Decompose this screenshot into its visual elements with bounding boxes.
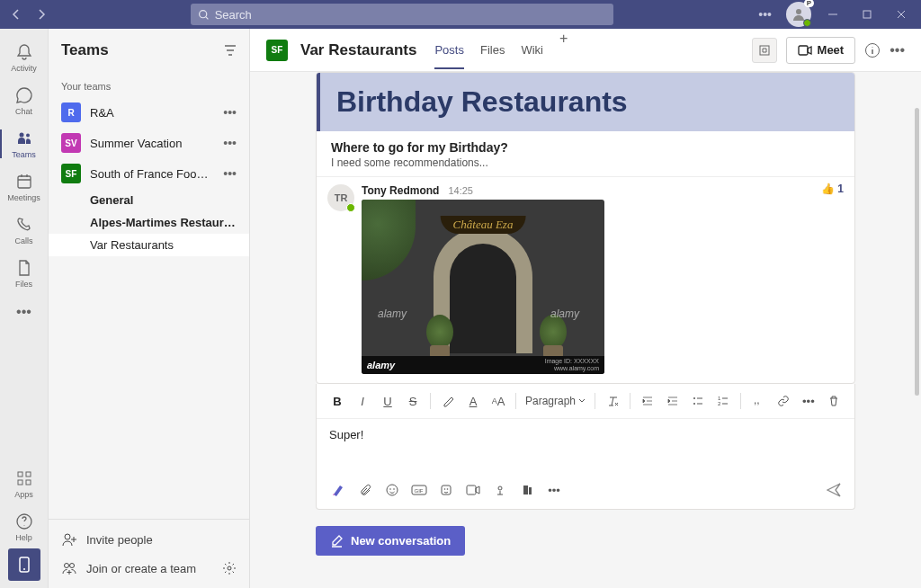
- svg-rect-35: [523, 486, 528, 494]
- reply-author[interactable]: Tony Redmond: [362, 184, 439, 197]
- header-more-icon[interactable]: •••: [890, 42, 905, 58]
- rail-label: Meetings: [7, 193, 40, 202]
- link-button[interactable]: [772, 389, 795, 413]
- apps-icon: [15, 469, 33, 487]
- join-team-button[interactable]: Join or create a team: [49, 554, 249, 583]
- indent-decrease-button[interactable]: [636, 389, 659, 413]
- team-row[interactable]: R R&A •••: [49, 97, 249, 128]
- reply-image[interactable]: Château Eza alamy alamy alamyImage ID: X…: [362, 200, 604, 374]
- svg-rect-6: [18, 472, 22, 477]
- channel-general[interactable]: General: [49, 189, 249, 211]
- send-button[interactable]: [822, 478, 845, 502]
- channel-app-button[interactable]: [752, 38, 777, 63]
- scrollbar[interactable]: [915, 108, 919, 396]
- svg-rect-5: [18, 176, 31, 188]
- rail-files[interactable]: Files: [0, 252, 49, 295]
- rail-teams[interactable]: Teams: [0, 122, 49, 165]
- info-button[interactable]: [864, 42, 881, 58]
- rail-apps[interactable]: Apps: [0, 462, 49, 505]
- team-row[interactable]: SV Summer Vacation •••: [49, 128, 249, 158]
- search-input[interactable]: Search: [191, 4, 613, 25]
- approvals-button[interactable]: [514, 478, 540, 502]
- stream-button[interactable]: [487, 478, 513, 502]
- gif-button[interactable]: GIF: [407, 478, 432, 502]
- maximize-button[interactable]: [851, 0, 883, 29]
- titlebar-more-icon[interactable]: •••: [749, 7, 781, 22]
- rail-more-icon[interactable]: •••: [16, 295, 31, 329]
- status-available-icon: [803, 19, 811, 27]
- paragraph-select[interactable]: Paragraph: [522, 395, 589, 407]
- emoji-button[interactable]: [380, 478, 405, 502]
- team-row[interactable]: SF South of France Food Lo... •••: [49, 158, 249, 189]
- channel-alpes[interactable]: Alpes-Martimes Restaurants: [49, 211, 249, 234]
- meet-label: Meet: [818, 43, 845, 57]
- invite-label: Invite people: [86, 533, 153, 547]
- team-more-icon[interactable]: •••: [223, 136, 237, 150]
- minimize-button[interactable]: [817, 0, 849, 29]
- calendar-icon: [15, 173, 33, 191]
- close-button[interactable]: [885, 0, 917, 29]
- status-available-icon: [346, 203, 355, 212]
- rail-mobile-button[interactable]: [8, 548, 40, 581]
- image-sign: Château Eza: [441, 216, 526, 234]
- teams-icon: [15, 129, 33, 147]
- underline-button[interactable]: U: [376, 389, 399, 413]
- rail-help[interactable]: Help: [0, 505, 49, 548]
- indent-increase-button[interactable]: [661, 389, 684, 413]
- strike-button[interactable]: S: [401, 389, 425, 413]
- search-icon: [198, 9, 210, 21]
- bell-icon: [15, 43, 33, 61]
- invite-people-button[interactable]: Invite people: [49, 525, 249, 554]
- back-button[interactable]: [4, 2, 29, 27]
- number-list-button[interactable]: 12: [711, 389, 735, 413]
- team-more-icon[interactable]: •••: [223, 166, 237, 181]
- svg-point-16: [228, 566, 231, 570]
- highlight-button[interactable]: [436, 389, 460, 413]
- sticker-button[interactable]: [434, 478, 459, 502]
- meet-now-button[interactable]: [460, 478, 486, 502]
- italic-button[interactable]: I: [351, 389, 374, 413]
- gear-icon[interactable]: [222, 561, 237, 575]
- filter-button[interactable]: [224, 44, 237, 57]
- svg-rect-8: [18, 480, 22, 485]
- thread-question: Where to go for my Birthday?: [331, 140, 840, 155]
- bottom-more-icon[interactable]: •••: [541, 478, 567, 502]
- new-conversation-button[interactable]: New conversation: [316, 526, 465, 556]
- clear-format-button[interactable]: [601, 389, 624, 413]
- tab-files[interactable]: Files: [480, 31, 505, 69]
- team-more-icon[interactable]: •••: [223, 105, 237, 120]
- meet-button[interactable]: Meet: [786, 37, 856, 64]
- thread-banner: Birthday Restaurants: [317, 73, 854, 131]
- tab-posts[interactable]: Posts: [434, 31, 464, 69]
- bold-button[interactable]: B: [326, 389, 349, 413]
- attach-button[interactable]: [353, 478, 378, 502]
- delete-button[interactable]: [822, 389, 845, 413]
- quote-button[interactable]: ,,: [747, 389, 770, 413]
- join-label: Join or create a team: [86, 562, 196, 575]
- format-button[interactable]: [326, 478, 351, 502]
- rail-activity[interactable]: Activity: [0, 36, 49, 79]
- compose-bottom-toolbar: GIF •••: [317, 473, 854, 509]
- rail-calls[interactable]: Calls: [0, 209, 49, 252]
- main-area: SF Var Restaurants Posts Files Wiki + Me…: [250, 29, 921, 588]
- tab-wiki[interactable]: Wiki: [521, 31, 543, 69]
- forward-button[interactable]: [29, 2, 54, 27]
- toolbar-more-icon[interactable]: •••: [797, 389, 820, 413]
- thumbs-up-icon: 👍: [821, 183, 835, 195]
- teams-panel: Teams Your teams R R&A ••• SV Summer Vac…: [49, 29, 250, 588]
- svg-point-12: [23, 568, 25, 570]
- profile-avatar[interactable]: P: [786, 2, 811, 27]
- reaction-like[interactable]: 👍 1: [821, 183, 844, 195]
- bullet-list-button[interactable]: [686, 389, 710, 413]
- svg-point-1: [796, 9, 801, 14]
- add-tab-button[interactable]: +: [559, 31, 568, 69]
- rail-label: Files: [15, 280, 32, 289]
- font-color-button[interactable]: A: [461, 389, 485, 413]
- section-label: Your teams: [49, 76, 249, 97]
- rail-chat[interactable]: Chat: [0, 79, 49, 122]
- compose-textarea[interactable]: Super!: [317, 419, 854, 473]
- font-size-button[interactable]: AA: [487, 389, 510, 413]
- reply-avatar[interactable]: TR: [327, 184, 354, 211]
- channel-var[interactable]: Var Restaurants: [49, 234, 249, 256]
- rail-meetings[interactable]: Meetings: [0, 165, 49, 209]
